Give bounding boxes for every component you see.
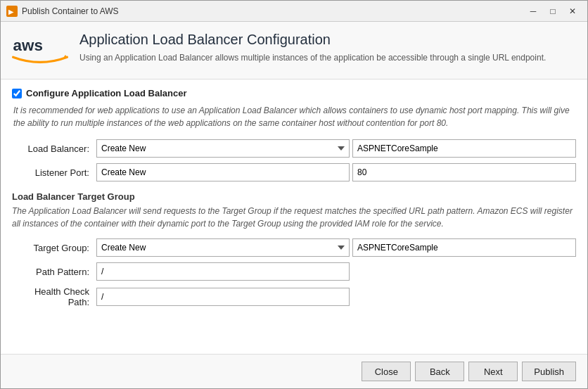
main-window: ▶ Publish Container to AWS ─ □ ✕ aws App… <box>0 0 588 389</box>
load-balancer-name-input[interactable] <box>352 139 576 158</box>
target-group-description: The Application Load Balancer will send … <box>12 205 576 230</box>
maximize-button[interactable]: □ <box>544 4 562 18</box>
footer: Close Back Next Publish <box>1 354 587 388</box>
target-group-name-input[interactable] <box>352 238 576 257</box>
svg-marker-3 <box>64 55 68 57</box>
page-title: Application Load Balancer Configuration <box>79 32 546 48</box>
content-area: Configure Application Load Balancer It i… <box>1 79 587 354</box>
header-content: Application Load Balancer Configuration … <box>79 32 546 64</box>
health-check-controls <box>96 288 576 306</box>
aws-logo: aws <box>12 32 68 69</box>
app-icon: ▶ <box>6 6 18 17</box>
listener-port-row: Listener Port: <box>12 163 576 181</box>
load-balancer-label: Load Balancer: <box>12 144 96 154</box>
listener-port-select[interactable] <box>96 163 350 181</box>
load-balancer-row: Load Balancer: Create New <box>12 139 576 158</box>
configure-checkbox[interactable] <box>12 89 22 98</box>
listener-port-controls <box>96 163 576 181</box>
back-button[interactable]: Back <box>415 362 464 381</box>
window-title: Publish Container to AWS <box>22 6 524 16</box>
page-description: Using an Application Load Balancer allow… <box>79 52 546 64</box>
target-group-heading: Load Balancer Target Group <box>12 191 576 202</box>
next-button[interactable]: Next <box>468 362 518 381</box>
svg-text:aws: aws <box>13 37 43 54</box>
load-balancer-controls: Create New <box>96 139 576 158</box>
target-group-select[interactable]: Create New <box>96 238 350 257</box>
svg-text:▶: ▶ <box>8 8 14 15</box>
close-button[interactable]: Close <box>362 362 411 381</box>
path-pattern-controls <box>96 262 576 281</box>
path-pattern-input[interactable] <box>96 262 350 281</box>
target-group-controls: Create New <box>96 238 576 257</box>
listener-port-input[interactable] <box>352 163 576 181</box>
window-controls: ─ □ ✕ <box>524 4 582 18</box>
header-section: aws Application Load Balancer Configurat… <box>1 22 587 79</box>
minimize-button[interactable]: ─ <box>524 4 542 18</box>
recommendation-text: It is recommended for web applications t… <box>12 104 576 129</box>
listener-port-label: Listener Port: <box>12 167 96 178</box>
target-group-label: Target Group: <box>12 243 96 253</box>
path-pattern-label: Path Pattern: <box>12 267 96 277</box>
title-bar: ▶ Publish Container to AWS ─ □ ✕ <box>1 1 587 22</box>
health-check-row: Health Check Path: <box>12 286 576 307</box>
configure-checkbox-row: Configure Application Load Balancer <box>12 88 576 98</box>
health-check-input[interactable] <box>96 288 350 306</box>
health-check-label: Health Check Path: <box>12 286 96 307</box>
target-group-row: Target Group: Create New <box>12 238 576 257</box>
load-balancer-select[interactable]: Create New <box>96 139 350 158</box>
path-pattern-row: Path Pattern: <box>12 262 576 281</box>
configure-checkbox-label: Configure Application Load Balancer <box>26 88 186 98</box>
publish-button[interactable]: Publish <box>522 362 576 381</box>
close-window-button[interactable]: ✕ <box>563 4 582 18</box>
